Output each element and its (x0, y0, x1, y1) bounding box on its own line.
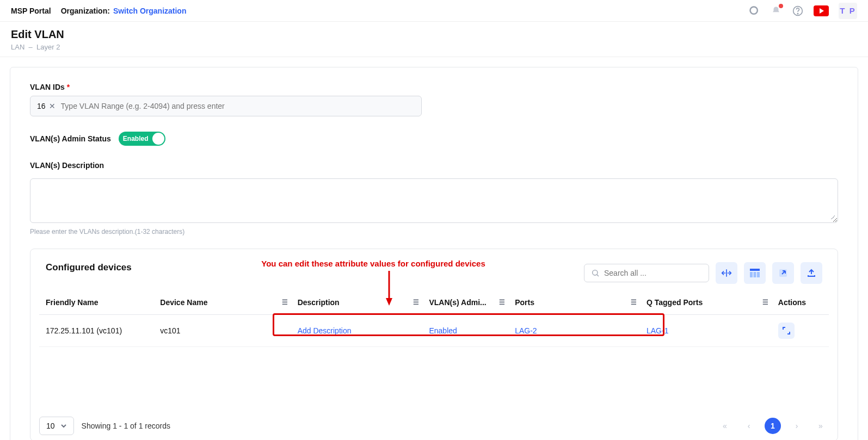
cell-friendly-name: 172.25.11.101 (vc101) (39, 315, 153, 347)
svg-rect-11 (757, 272, 760, 277)
autofit-columns-button[interactable] (716, 262, 737, 284)
page-1-button[interactable]: 1 (765, 418, 781, 434)
svg-rect-8 (750, 269, 760, 271)
col-actions: Actions (772, 290, 829, 315)
svg-rect-10 (754, 272, 756, 277)
page-title: Edit VLAN (11, 28, 857, 41)
help-icon[interactable] (792, 5, 804, 17)
svg-rect-9 (750, 272, 753, 277)
crumb-sep: – (29, 43, 33, 51)
vlan-range-field[interactable] (61, 102, 415, 110)
last-page-button[interactable]: » (812, 418, 829, 434)
crumb-lan[interactable]: LAN (11, 43, 24, 51)
pagination-info: Showing 1 - 1 of 1 records (82, 422, 170, 430)
remove-chip-icon[interactable]: ✕ (49, 102, 56, 110)
resize-handle-icon[interactable]: ⟋ (829, 213, 837, 221)
col-qtagged-ports: Q Tagged Ports☰ (640, 290, 772, 315)
admin-status-toggle[interactable]: Enabled (119, 132, 165, 146)
notification-badge (779, 4, 783, 8)
expand-row-button[interactable] (778, 323, 795, 339)
search-icon[interactable] (748, 5, 760, 17)
devices-search-input[interactable] (584, 264, 709, 282)
first-page-button[interactable]: « (717, 418, 733, 434)
vlan-chip: 16 ✕ (37, 102, 56, 110)
export-button[interactable] (772, 262, 794, 284)
qtagged-ports-link[interactable]: LAG-1 (647, 326, 668, 335)
vlan-ids-label: VLAN IDs* (30, 83, 838, 91)
page-size-select[interactable]: 10 (39, 417, 74, 435)
svg-point-2 (797, 13, 798, 14)
crumb-layer2[interactable]: Layer 2 (36, 43, 60, 51)
filter-icon[interactable]: ☰ (631, 299, 637, 306)
notifications-icon[interactable] (770, 5, 782, 17)
vlan-desc-textarea[interactable] (30, 178, 838, 223)
vlan-desc-hint: Please enter the VLANs description.(1-32… (30, 228, 838, 236)
svg-point-0 (750, 7, 758, 14)
upload-button[interactable] (801, 262, 822, 284)
organization-label: Organization: (61, 7, 110, 15)
youtube-icon[interactable] (814, 5, 829, 16)
chevron-down-icon (60, 424, 67, 428)
cell-device-name: vc101 (153, 315, 291, 347)
add-description-link[interactable]: Add Description (298, 326, 352, 335)
configured-devices-title: Configured devices (46, 262, 132, 273)
annotation-text: You can edit these attribute values for … (248, 259, 498, 268)
next-page-button[interactable]: › (789, 418, 805, 434)
msp-portal-label: MSP Portal (11, 7, 51, 15)
col-description: Description☰ (291, 290, 423, 315)
admin-status-link[interactable]: Enabled (429, 326, 457, 335)
user-avatar[interactable]: T P (839, 3, 857, 19)
col-ports: Ports☰ (508, 290, 640, 315)
svg-line-6 (597, 275, 599, 276)
col-device-name: Device Name☰ (153, 290, 291, 315)
ports-link[interactable]: LAG-2 (515, 326, 537, 335)
columns-button[interactable] (744, 262, 766, 284)
filter-icon[interactable]: ☰ (499, 299, 505, 306)
prev-page-button[interactable]: ‹ (741, 418, 757, 434)
admin-status-label: VLAN(s) Admin Status (30, 134, 111, 143)
filter-icon[interactable]: ☰ (413, 299, 419, 306)
col-friendly-name: Friendly Name (39, 290, 153, 315)
search-icon (591, 269, 600, 277)
switch-organization-link[interactable]: Switch Organization (113, 7, 187, 15)
vlan-desc-label: VLAN(s) Description (30, 161, 838, 170)
breadcrumb: LAN – Layer 2 (11, 43, 857, 51)
vlan-ids-input[interactable]: 16 ✕ (30, 96, 422, 116)
svg-point-5 (593, 270, 598, 275)
devices-search-field[interactable] (604, 269, 702, 277)
filter-icon[interactable]: ☰ (282, 299, 288, 306)
table-row: 172.25.11.101 (vc101) vc101 Add Descript… (39, 315, 829, 347)
filter-icon[interactable]: ☰ (762, 299, 768, 306)
col-admin-status: VLAN(s) Admi...☰ (422, 290, 508, 315)
